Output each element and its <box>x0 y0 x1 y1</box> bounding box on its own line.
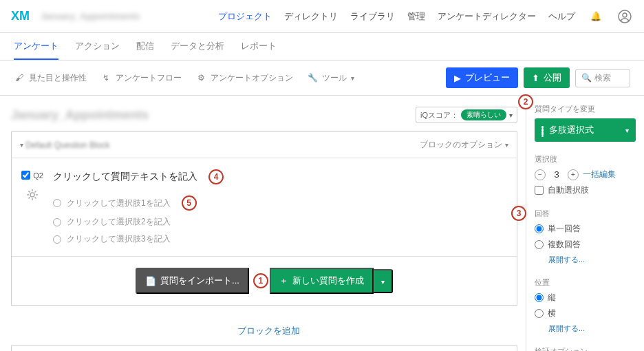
question-block: ▾ ブロック 1 ブロックのオプション ▾ <box>11 345 517 351</box>
content: January_Appointments iQスコア：素晴らしい▾ ▾ Defa… <box>0 96 644 351</box>
block-name[interactable]: Default Question Block <box>25 140 109 150</box>
sb-label: 選択肢 <box>535 154 636 164</box>
bulk-edit-link[interactable]: 一括編集 <box>583 169 616 180</box>
block-header: ▾ Default Question Block ブロックのオプション ▾ <box>12 132 517 158</box>
question-checkbox[interactable]: Q2 <box>21 171 43 180</box>
nav-director[interactable]: アンケートディレクター <box>438 10 536 23</box>
chevron-down-icon: ▾ <box>625 127 629 134</box>
paint-icon: 🖌 <box>14 72 25 83</box>
choice-item[interactable]: クリックして選択肢1を記入5 <box>53 195 506 211</box>
svg-point-2 <box>30 193 34 197</box>
annotation-5: 5 <box>182 195 197 211</box>
sb-label: 回答 <box>535 209 636 219</box>
tab-data[interactable]: データと分析 <box>171 40 224 60</box>
svg-point-1 <box>623 13 627 17</box>
annotation-3: 3 <box>511 206 526 221</box>
list-icon <box>541 126 544 135</box>
auto-choice-checkbox[interactable]: 自動選択肢 <box>535 184 636 196</box>
question-text[interactable]: クリックして質問テキストを記入 4 <box>53 169 506 184</box>
question: Q2 クリックして質問テキストを記入 4 クリックして選択肢1を記入5 クリック… <box>12 158 517 256</box>
wrench-icon: 🔧 <box>307 72 318 83</box>
tab-survey[interactable]: アンケート <box>14 40 58 60</box>
chevron-down-icon: ▾ <box>381 278 385 286</box>
add-block-link[interactable]: ブロックを追加 <box>11 317 526 345</box>
upload-icon: ⬆ <box>532 73 539 83</box>
sb-validation: 検証オプション 回答を強制 ▾ <box>535 346 636 351</box>
tab-actions[interactable]: アクション <box>75 40 120 60</box>
radio-horizontal[interactable]: 横 <box>535 308 636 319</box>
choice-count: 3 <box>550 169 564 180</box>
tool-tools[interactable]: 🔧ツール▾ <box>307 72 354 84</box>
block-header: ▾ ブロック 1 ブロックのオプション ▾ <box>12 346 517 351</box>
sub-nav: アンケート アクション 配信 データと分析 レポート <box>0 33 644 61</box>
chevron-down-icon: ▾ <box>509 111 513 119</box>
tab-reports[interactable]: レポート <box>241 40 277 60</box>
chevron-down-icon: ▾ <box>505 141 508 149</box>
app-header: XM January_Appointments プロジェクト ディレクトリ ライ… <box>0 0 644 33</box>
choice-item[interactable]: クリックして選択肢3を記入 <box>53 233 506 245</box>
sidebar: 2 質問タイプを変更 多肢選択式 ▾ 選択肢 − 3 + 一括編集 自動選択肢 <box>526 96 644 351</box>
tool-options[interactable]: ⚙アンケートオプション <box>195 72 293 84</box>
annotation-4: 4 <box>208 169 224 184</box>
annotation-2: 2 <box>518 94 533 109</box>
sb-label: 検証オプション <box>535 346 636 351</box>
nav-help[interactable]: ヘルプ <box>548 10 575 23</box>
radio-icon <box>53 199 61 207</box>
sb-label: 位置 <box>535 277 636 288</box>
survey-title-row: January_Appointments iQスコア：素晴らしい▾ <box>11 107 526 131</box>
radio-multiple[interactable]: 複数回答 <box>535 239 636 251</box>
tool-flow[interactable]: ↯アンケートフロー <box>100 72 182 84</box>
toolbar: 🖌見た目と操作性 ↯アンケートフロー ⚙アンケートオプション 🔧ツール▾ ▶プレ… <box>0 61 644 96</box>
expand-link[interactable]: 展開する... <box>548 255 636 265</box>
choices-list: クリックして選択肢1を記入5 クリックして選択肢2を記入 クリックして選択肢3を… <box>53 195 506 245</box>
sb-choices: 選択肢 − 3 + 一括編集 自動選択肢 <box>535 154 636 196</box>
gear-icon: ⚙ <box>195 72 206 83</box>
plus-icon: ＋ <box>279 275 288 287</box>
nav-admin[interactable]: 管理 <box>407 10 425 23</box>
survey-title[interactable]: January_Appointments <box>11 108 149 123</box>
minus-button[interactable]: − <box>535 169 546 180</box>
nav-library[interactable]: ライブラリ <box>350 10 395 23</box>
new-question-dropdown[interactable]: ▾ <box>374 269 393 293</box>
main-nav: プロジェクト ディレクトリ ライブラリ 管理 アンケートディレクター ヘルプ 🔔 <box>218 8 633 25</box>
import-question-button[interactable]: 📄質問をインポート... <box>136 268 249 294</box>
sb-position: 位置 縦 横 展開する... <box>535 277 636 334</box>
preview-button[interactable]: ▶プレビュー <box>446 67 518 88</box>
nav-projects[interactable]: プロジェクト <box>218 10 272 23</box>
choice-item[interactable]: クリックして選択肢2を記入 <box>53 216 506 228</box>
sb-question-type: 質問タイプを変更 多肢選択式 ▾ <box>535 104 636 142</box>
play-icon: ▶ <box>454 73 461 83</box>
gear-icon[interactable] <box>25 188 39 204</box>
radio-single[interactable]: 単一回答 <box>535 223 636 235</box>
search-icon: 🔍 <box>581 73 592 83</box>
toolbar-right: ▶プレビュー ⬆公開 🔍検索 <box>446 67 630 88</box>
expand-link[interactable]: 展開する... <box>548 323 636 334</box>
annotation-1: 1 <box>253 273 268 288</box>
question-block: ▾ Default Question Block ブロックのオプション ▾ Q2… <box>11 131 517 306</box>
iq-score: 素晴らしい <box>461 109 506 120</box>
question-meta: Q2 <box>12 169 53 245</box>
plus-button[interactable]: + <box>568 169 579 180</box>
choice-stepper: − 3 + 一括編集 <box>535 169 636 180</box>
new-question-button[interactable]: ＋新しい質問を作成 <box>270 268 374 294</box>
user-icon[interactable] <box>616 8 633 25</box>
logo: XM <box>11 9 30 23</box>
block-options[interactable]: ブロックのオプション ▾ <box>420 139 508 151</box>
search-input[interactable]: 🔍検索 <box>575 69 630 87</box>
question-type-dropdown[interactable]: 多肢選択式 ▾ <box>535 118 636 142</box>
question-actions: 📄質問をインポート... 1 ＋新しい質問を作成 ▾ <box>12 256 517 305</box>
collapse-icon[interactable]: ▾ <box>20 141 23 149</box>
radio-icon <box>53 235 61 244</box>
tool-look[interactable]: 🖌見た目と操作性 <box>14 72 87 84</box>
iq-badge[interactable]: iQスコア：素晴らしい▾ <box>416 107 517 123</box>
chevron-down-icon: ▾ <box>351 74 354 82</box>
bell-icon[interactable]: 🔔 <box>588 8 604 25</box>
question-body: クリックして質問テキストを記入 4 クリックして選択肢1を記入5 クリックして選… <box>53 169 506 245</box>
radio-vertical[interactable]: 縦 <box>535 292 636 304</box>
project-name[interactable]: January_Appointments <box>41 11 140 21</box>
tab-distribute[interactable]: 配信 <box>136 40 154 60</box>
flow-icon: ↯ <box>100 72 111 83</box>
main-panel: January_Appointments iQスコア：素晴らしい▾ ▾ Defa… <box>0 96 526 351</box>
publish-button[interactable]: ⬆公開 <box>524 67 570 88</box>
nav-directory[interactable]: ディレクトリ <box>284 10 338 23</box>
